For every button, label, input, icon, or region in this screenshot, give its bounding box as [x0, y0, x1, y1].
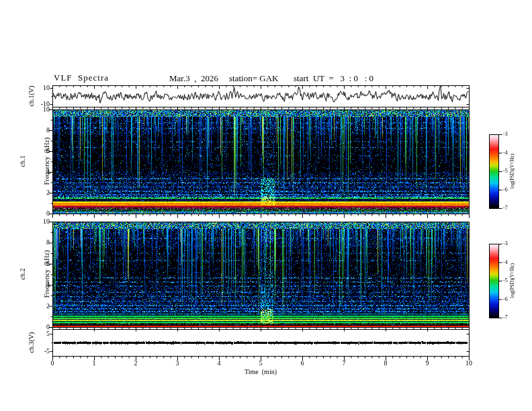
ch1-freq-tick-label: 0 — [32, 210, 50, 217]
colorbar2-tick-label: -7 — [503, 314, 508, 320]
colorbar-2 — [489, 244, 498, 318]
colorbar1-tick-label: -6 — [503, 187, 508, 193]
ch1-frequency-khz-line: Frequency (kHz) — [43, 138, 51, 185]
ch2-spectrogram — [52, 222, 469, 327]
colorbar-1 — [489, 134, 498, 208]
x-tick-label: 0 — [51, 359, 54, 367]
ch1-waveform-plot — [52, 85, 469, 107]
figure-title: VLF Spectra — [54, 73, 109, 83]
ch2-freq-tick-label: 10 — [32, 218, 50, 225]
ch2-freq-tick-label: 6 — [32, 260, 50, 267]
ch1-freq-tick-label: 2 — [32, 189, 50, 196]
ch1-spectrogram — [52, 109, 469, 214]
colorbar1-tick-label: -5 — [503, 168, 508, 174]
ch2-freq-tick-label: 4 — [32, 281, 50, 288]
ch2-freq-tick-label: 2 — [32, 302, 50, 310]
x-tick-label: 2 — [134, 359, 138, 367]
x-tick-label: 4 — [218, 359, 221, 367]
x-tick-label: 1 — [93, 359, 96, 367]
ch3-volt-tick-label: 5 — [32, 330, 50, 337]
colorbar1-psd-label: log(PSD)(V²/Hz) — [509, 154, 515, 189]
x-tick-label: 5 — [259, 359, 263, 367]
ch2-frequency-axis-label: ch.2 Frequency (kHz) — [3, 250, 67, 298]
station-label: station= GAK — [229, 73, 278, 84]
figure-date: Mar.3 , 2026 — [169, 73, 218, 84]
ch1-freq-tick-label: 4 — [32, 168, 50, 175]
vlf-spectra-figure: VLF Spectra Mar.3 , 2026 station= GAK st… — [0, 0, 532, 411]
time-axis-label: Time (min) — [245, 368, 277, 375]
x-tick-label: 3 — [176, 359, 179, 367]
ch1-freq-tick-label: 8 — [32, 126, 50, 134]
ch3-waveform-plot — [52, 329, 469, 356]
start-ut-label: start UT = 3 : 0 : 0 — [294, 73, 373, 84]
x-tick-label: 6 — [301, 359, 304, 367]
colorbar2-tick-label: -5 — [503, 277, 508, 283]
colorbar2-tick-label: -4 — [503, 259, 508, 265]
colorbar2-psd-label: log(PSD)(V²/Hz) — [509, 263, 515, 298]
ch2-label-line: ch.2 — [19, 250, 27, 298]
ch1-volt-tick-label: -10 — [32, 100, 50, 107]
x-tick-label: 9 — [426, 359, 429, 367]
x-tick-label: 7 — [343, 359, 346, 367]
ch1-freq-tick-label: 6 — [32, 147, 50, 154]
ch3-volt-tick-label: -5 — [32, 347, 50, 355]
colorbar2-tick-label: -6 — [503, 296, 508, 302]
x-tick-label: 8 — [384, 359, 388, 367]
ch1-volt-tick-label: 10 — [32, 84, 50, 91]
colorbar1-tick-label: -7 — [503, 205, 508, 211]
ch1-label-line: ch.1 — [19, 138, 27, 185]
x-tick-label: 10 — [466, 359, 472, 367]
ch1-frequency-axis-label: ch.1 Frequency (kHz) — [3, 138, 67, 185]
ch2-frequency-khz-line: Frequency (kHz) — [43, 250, 51, 298]
colorbar1-tick-label: -3 — [503, 131, 508, 137]
colorbar2-tick-label: -3 — [503, 240, 508, 246]
colorbar1-tick-label: -4 — [503, 150, 508, 156]
ch2-freq-tick-label: 8 — [32, 238, 50, 246]
